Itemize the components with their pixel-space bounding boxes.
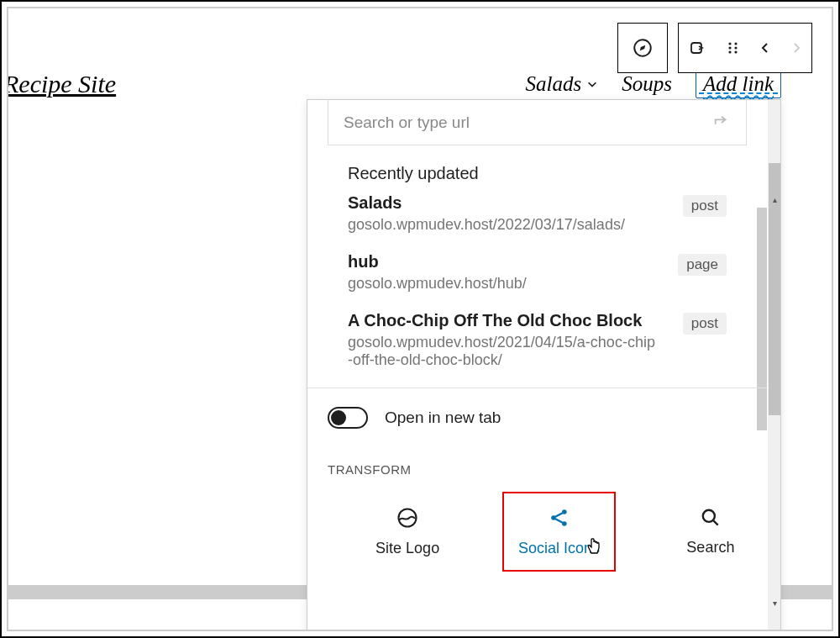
add-link-label: Add link [703, 72, 774, 95]
recently-updated-heading: Recently updated [348, 164, 767, 183]
result-url: gosolo.wpmudev.host/2022/03/17/salads/ [348, 216, 625, 234]
transform-item-label: Site Logo [375, 540, 439, 557]
primary-nav: Salads Soups Add link [526, 70, 781, 98]
svg-point-4 [728, 46, 731, 49]
svg-point-5 [734, 46, 737, 49]
nav-label: Soups [622, 72, 672, 96]
link-popover: ▴ ▾ Recently updated Salads gosolo.wpmud… [307, 99, 781, 631]
divider [307, 388, 767, 388]
result-title: Salads [348, 193, 625, 213]
floating-toolbar [617, 23, 812, 73]
search-icon [700, 507, 722, 529]
result-url: gosolo.wpmudev.host/2021/04/15/a-choc-ch… [348, 334, 659, 369]
svg-point-2 [728, 42, 731, 45]
search-row [328, 100, 747, 145]
result-kind-badge: post [683, 195, 727, 217]
open-new-tab-label: Open in new tab [385, 409, 501, 427]
toggle-knob [331, 410, 346, 425]
svg-point-7 [734, 50, 737, 53]
chevron-down-icon [586, 78, 598, 90]
open-new-tab-row: Open in new tab [328, 407, 747, 429]
link-result[interactable]: A Choc-Chip Off The Old Choc Block gosol… [348, 311, 727, 369]
drag-handle-icon[interactable] [726, 40, 741, 55]
result-title: hub [348, 252, 527, 272]
link-result[interactable]: Salads gosolo.wpmudev.host/2022/03/17/sa… [348, 193, 727, 234]
transform-item-label: Search [686, 539, 734, 556]
transform-grid: Site Logo Social Icons [351, 492, 767, 572]
nav-item-soups[interactable]: Soups [622, 72, 672, 96]
transform-item-label: Social Icons [518, 540, 600, 557]
svg-point-12 [703, 510, 715, 522]
result-title: A Choc-Chip Off The Old Choc Block [348, 311, 659, 330]
open-new-tab-toggle[interactable] [328, 407, 368, 429]
result-kind-badge: page [678, 254, 727, 276]
share-icon [548, 506, 571, 530]
chevron-left-icon[interactable] [759, 41, 772, 55]
chevron-right-icon[interactable] [790, 41, 803, 55]
url-search-input[interactable] [344, 113, 654, 132]
result-url: gosolo.wpmudev.host/hub/ [348, 275, 527, 293]
add-link-button[interactable]: Add link [696, 70, 781, 98]
link-block-icon[interactable] [688, 38, 708, 58]
block-toolbar [678, 23, 812, 73]
site-logo-icon [396, 506, 419, 530]
transform-social-icons[interactable]: Social Icons [502, 492, 616, 572]
link-result[interactable]: hub gosolo.wpmudev.host/hub/ page [348, 252, 727, 293]
scroll-down-arrow[interactable]: ▾ [769, 597, 780, 609]
transform-site-logo[interactable]: Site Logo [351, 492, 464, 572]
nav-label: Salads [526, 72, 582, 96]
compass-icon [632, 37, 654, 59]
svg-point-3 [734, 42, 737, 45]
svg-point-6 [728, 50, 731, 53]
scroll-up-arrow[interactable]: ▴ [769, 193, 780, 205]
svg-line-13 [713, 520, 717, 525]
compass-button[interactable] [617, 23, 668, 73]
submit-arrow-icon[interactable] [712, 113, 731, 132]
result-kind-badge: post [683, 313, 727, 335]
svg-rect-1 [691, 43, 701, 53]
site-title[interactable]: Recipe Site [7, 70, 116, 98]
transform-search[interactable]: Search [654, 492, 767, 572]
nav-item-salads[interactable]: Salads [526, 72, 599, 96]
transform-heading: TRANSFORM [328, 462, 767, 477]
